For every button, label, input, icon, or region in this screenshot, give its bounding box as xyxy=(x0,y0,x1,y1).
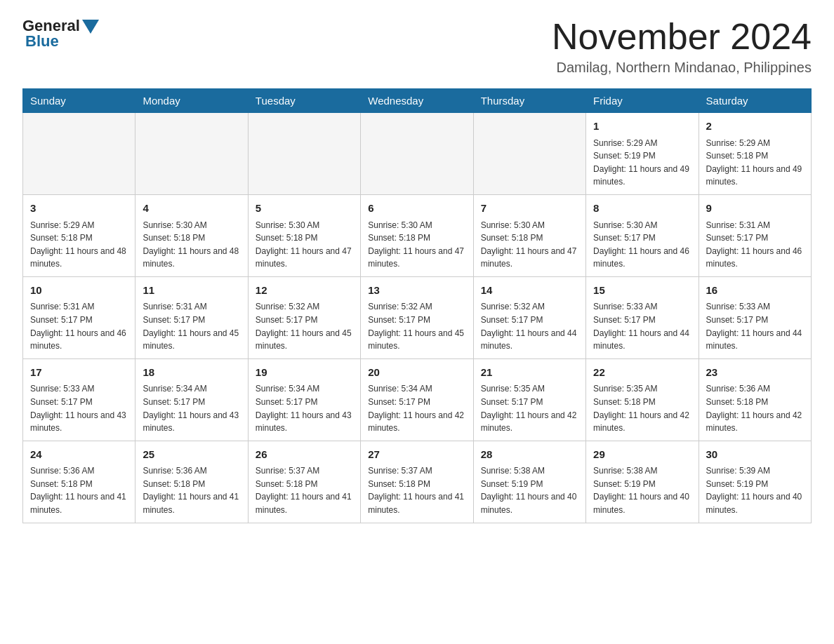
subtitle: Damilag, Northern Mindanao, Philippines xyxy=(552,60,812,76)
calendar-cell xyxy=(473,113,585,195)
calendar-cell: 25Sunrise: 5:36 AM Sunset: 5:18 PM Dayli… xyxy=(135,441,248,523)
day-info: Sunrise: 5:31 AM Sunset: 5:17 PM Dayligh… xyxy=(143,300,240,352)
calendar-cell: 19Sunrise: 5:34 AM Sunset: 5:17 PM Dayli… xyxy=(248,358,360,441)
day-number: 27 xyxy=(368,447,465,463)
day-info: Sunrise: 5:35 AM Sunset: 5:18 PM Dayligh… xyxy=(593,382,691,434)
calendar-table: SundayMondayTuesdayWednesdayThursdayFrid… xyxy=(22,88,812,523)
day-info: Sunrise: 5:29 AM Sunset: 5:19 PM Dayligh… xyxy=(593,137,691,189)
day-number: 24 xyxy=(30,447,128,463)
calendar-cell: 14Sunrise: 5:32 AM Sunset: 5:17 PM Dayli… xyxy=(473,276,585,358)
calendar-cell: 10Sunrise: 5:31 AM Sunset: 5:17 PM Dayli… xyxy=(23,276,135,358)
calendar-week-row: 17Sunrise: 5:33 AM Sunset: 5:17 PM Dayli… xyxy=(23,358,812,441)
day-number: 21 xyxy=(481,365,578,381)
calendar-header-row: SundayMondayTuesdayWednesdayThursdayFrid… xyxy=(23,89,812,113)
calendar-cell xyxy=(23,113,135,195)
day-number: 15 xyxy=(593,283,691,299)
calendar-cell: 3Sunrise: 5:29 AM Sunset: 5:18 PM Daylig… xyxy=(23,195,135,277)
calendar-cell: 17Sunrise: 5:33 AM Sunset: 5:17 PM Dayli… xyxy=(23,358,135,441)
day-number: 4 xyxy=(143,201,240,217)
day-info: Sunrise: 5:30 AM Sunset: 5:18 PM Dayligh… xyxy=(481,219,578,271)
calendar-header-monday: Monday xyxy=(135,89,248,113)
calendar-cell xyxy=(361,113,473,195)
day-number: 13 xyxy=(368,283,465,299)
day-number: 29 xyxy=(593,447,691,463)
logo-triangle-icon xyxy=(82,20,99,34)
day-info: Sunrise: 5:35 AM Sunset: 5:17 PM Dayligh… xyxy=(481,382,578,434)
calendar-header-tuesday: Tuesday xyxy=(248,89,360,113)
day-info: Sunrise: 5:30 AM Sunset: 5:17 PM Dayligh… xyxy=(593,219,691,271)
day-number: 28 xyxy=(481,447,578,463)
day-info: Sunrise: 5:34 AM Sunset: 5:17 PM Dayligh… xyxy=(143,382,240,434)
day-number: 2 xyxy=(706,119,804,135)
day-number: 16 xyxy=(706,283,804,299)
day-info: Sunrise: 5:30 AM Sunset: 5:18 PM Dayligh… xyxy=(368,219,465,271)
calendar-cell: 12Sunrise: 5:32 AM Sunset: 5:17 PM Dayli… xyxy=(248,276,360,358)
day-number: 18 xyxy=(143,365,240,381)
day-number: 3 xyxy=(30,201,128,217)
day-info: Sunrise: 5:33 AM Sunset: 5:17 PM Dayligh… xyxy=(706,300,804,352)
day-info: Sunrise: 5:32 AM Sunset: 5:17 PM Dayligh… xyxy=(481,300,578,352)
logo: General Blue xyxy=(22,17,99,51)
calendar-cell: 26Sunrise: 5:37 AM Sunset: 5:18 PM Dayli… xyxy=(248,441,360,523)
calendar-cell: 6Sunrise: 5:30 AM Sunset: 5:18 PM Daylig… xyxy=(361,195,473,277)
calendar-cell: 7Sunrise: 5:30 AM Sunset: 5:18 PM Daylig… xyxy=(473,195,585,277)
calendar-cell: 24Sunrise: 5:36 AM Sunset: 5:18 PM Dayli… xyxy=(23,441,135,523)
calendar-cell: 21Sunrise: 5:35 AM Sunset: 5:17 PM Dayli… xyxy=(473,358,585,441)
calendar-cell: 22Sunrise: 5:35 AM Sunset: 5:18 PM Dayli… xyxy=(586,358,699,441)
day-info: Sunrise: 5:34 AM Sunset: 5:17 PM Dayligh… xyxy=(256,382,353,434)
day-number: 17 xyxy=(30,365,128,381)
day-number: 19 xyxy=(256,365,353,381)
calendar-cell: 13Sunrise: 5:32 AM Sunset: 5:17 PM Dayli… xyxy=(361,276,473,358)
day-info: Sunrise: 5:39 AM Sunset: 5:19 PM Dayligh… xyxy=(706,464,804,516)
day-info: Sunrise: 5:34 AM Sunset: 5:17 PM Dayligh… xyxy=(368,382,465,434)
day-number: 6 xyxy=(368,201,465,217)
calendar-cell xyxy=(135,113,248,195)
day-number: 1 xyxy=(593,119,691,135)
day-number: 25 xyxy=(143,447,240,463)
day-number: 8 xyxy=(593,201,691,217)
day-info: Sunrise: 5:29 AM Sunset: 5:18 PM Dayligh… xyxy=(706,137,804,189)
day-number: 30 xyxy=(706,447,804,463)
day-info: Sunrise: 5:31 AM Sunset: 5:17 PM Dayligh… xyxy=(30,300,128,352)
day-info: Sunrise: 5:38 AM Sunset: 5:19 PM Dayligh… xyxy=(593,464,691,516)
calendar-cell: 18Sunrise: 5:34 AM Sunset: 5:17 PM Dayli… xyxy=(135,358,248,441)
day-info: Sunrise: 5:30 AM Sunset: 5:18 PM Dayligh… xyxy=(143,219,240,271)
calendar-week-row: 3Sunrise: 5:29 AM Sunset: 5:18 PM Daylig… xyxy=(23,195,812,277)
calendar-cell: 9Sunrise: 5:31 AM Sunset: 5:17 PM Daylig… xyxy=(699,195,811,277)
day-info: Sunrise: 5:32 AM Sunset: 5:17 PM Dayligh… xyxy=(256,300,353,352)
calendar-cell: 23Sunrise: 5:36 AM Sunset: 5:18 PM Dayli… xyxy=(699,358,811,441)
calendar-cell: 30Sunrise: 5:39 AM Sunset: 5:19 PM Dayli… xyxy=(699,441,811,523)
calendar-week-row: 24Sunrise: 5:36 AM Sunset: 5:18 PM Dayli… xyxy=(23,441,812,523)
calendar-week-row: 10Sunrise: 5:31 AM Sunset: 5:17 PM Dayli… xyxy=(23,276,812,358)
day-number: 26 xyxy=(256,447,353,463)
day-number: 22 xyxy=(593,365,691,381)
calendar-header-sunday: Sunday xyxy=(23,89,135,113)
day-info: Sunrise: 5:36 AM Sunset: 5:18 PM Dayligh… xyxy=(706,382,804,434)
day-number: 14 xyxy=(481,283,578,299)
day-info: Sunrise: 5:33 AM Sunset: 5:17 PM Dayligh… xyxy=(593,300,691,352)
day-info: Sunrise: 5:37 AM Sunset: 5:18 PM Dayligh… xyxy=(368,464,465,516)
calendar-cell: 11Sunrise: 5:31 AM Sunset: 5:17 PM Dayli… xyxy=(135,276,248,358)
day-number: 20 xyxy=(368,365,465,381)
calendar-week-row: 1Sunrise: 5:29 AM Sunset: 5:19 PM Daylig… xyxy=(23,113,812,195)
calendar-cell: 20Sunrise: 5:34 AM Sunset: 5:17 PM Dayli… xyxy=(361,358,473,441)
day-number: 12 xyxy=(256,283,353,299)
calendar-cell: 16Sunrise: 5:33 AM Sunset: 5:17 PM Dayli… xyxy=(699,276,811,358)
calendar-header-thursday: Thursday xyxy=(473,89,585,113)
calendar-header-saturday: Saturday xyxy=(699,89,811,113)
day-number: 10 xyxy=(30,283,128,299)
calendar-cell: 1Sunrise: 5:29 AM Sunset: 5:19 PM Daylig… xyxy=(586,113,699,195)
day-info: Sunrise: 5:29 AM Sunset: 5:18 PM Dayligh… xyxy=(30,219,128,271)
calendar-cell: 4Sunrise: 5:30 AM Sunset: 5:18 PM Daylig… xyxy=(135,195,248,277)
day-info: Sunrise: 5:36 AM Sunset: 5:18 PM Dayligh… xyxy=(30,464,128,516)
day-info: Sunrise: 5:32 AM Sunset: 5:17 PM Dayligh… xyxy=(368,300,465,352)
calendar-cell: 5Sunrise: 5:30 AM Sunset: 5:18 PM Daylig… xyxy=(248,195,360,277)
page-header: General Blue November 2024 Damilag, Nort… xyxy=(22,17,812,76)
calendar-cell: 27Sunrise: 5:37 AM Sunset: 5:18 PM Dayli… xyxy=(361,441,473,523)
day-info: Sunrise: 5:36 AM Sunset: 5:18 PM Dayligh… xyxy=(143,464,240,516)
day-info: Sunrise: 5:38 AM Sunset: 5:19 PM Dayligh… xyxy=(481,464,578,516)
day-number: 9 xyxy=(706,201,804,217)
day-number: 23 xyxy=(706,365,804,381)
calendar-header-friday: Friday xyxy=(586,89,699,113)
day-number: 11 xyxy=(143,283,240,299)
